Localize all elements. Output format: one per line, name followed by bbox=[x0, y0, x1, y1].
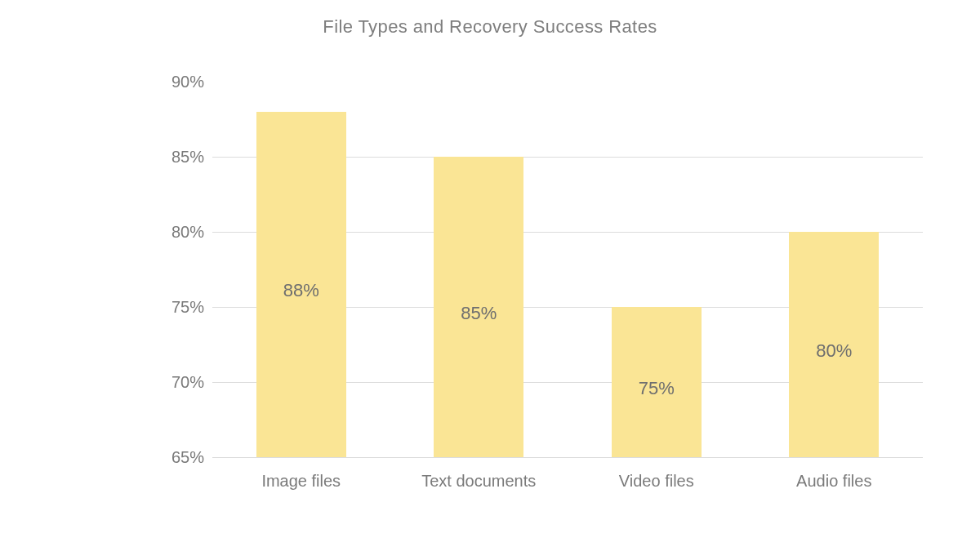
y-tick-label: 70% bbox=[155, 373, 204, 392]
chart-title: File Types and Recovery Success Rates bbox=[0, 16, 980, 38]
bars-group: 88% 85% 75% 80% bbox=[212, 82, 923, 457]
x-axis-labels: Image files Text documents Video files A… bbox=[212, 465, 923, 498]
bar-value-label: 80% bbox=[816, 340, 852, 362]
chart-container: File Types and Recovery Success Rates 90… bbox=[0, 0, 980, 560]
plot-area: 90% 85% 80% 75% 70% 65% 88% 85% 75% bbox=[212, 82, 923, 457]
x-tick-label: Audio files bbox=[744, 472, 924, 491]
bar-value-label: 88% bbox=[283, 280, 319, 301]
y-tick-label: 65% bbox=[155, 448, 204, 467]
x-tick-label: Image files bbox=[212, 472, 391, 491]
y-tick-label: 90% bbox=[155, 73, 204, 91]
bar-value-label: 75% bbox=[639, 378, 675, 399]
y-tick-label: 75% bbox=[155, 298, 204, 317]
bar-audio-files: 80% bbox=[789, 232, 879, 457]
bar-value-label: 85% bbox=[461, 303, 497, 324]
bar-text-documents: 85% bbox=[434, 157, 523, 457]
gridline bbox=[212, 457, 923, 458]
x-tick-label: Video files bbox=[567, 472, 746, 491]
bar-image-files: 88% bbox=[256, 112, 346, 457]
bar-video-files: 75% bbox=[612, 307, 702, 457]
y-tick-label: 80% bbox=[155, 223, 204, 242]
y-tick-label: 85% bbox=[155, 148, 204, 167]
x-tick-label: Text documents bbox=[389, 472, 568, 491]
